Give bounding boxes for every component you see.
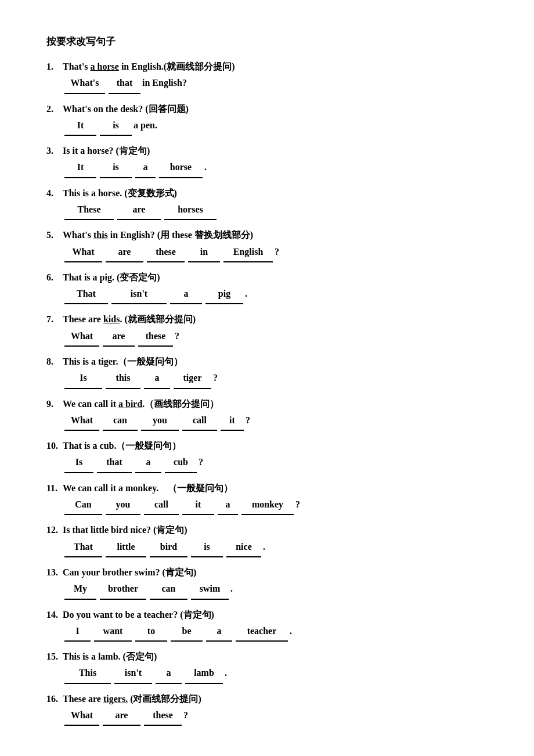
answer-blank: monkey — [241, 496, 294, 515]
answer-blank: Is — [64, 453, 93, 473]
question-line-8: 8. This is a tiger.（一般疑问句） — [46, 354, 488, 369]
title: 按要求改写句子 — [46, 35, 488, 48]
underlined-word: a bird — [118, 399, 142, 409]
answer-blank: a — [135, 453, 161, 473]
question-block-5: 5. What's this in English? (用 these 替换划线… — [46, 227, 488, 262]
answer-blank: are — [103, 327, 135, 347]
answer-blank: you — [141, 412, 179, 431]
question-line-6: 6. That is a pig. (变否定句) — [46, 269, 488, 285]
answer-blank: are — [103, 707, 140, 726]
answer-text: . — [204, 159, 207, 176]
answer-blank: Is — [64, 369, 102, 388]
answer-blank: What's — [64, 74, 105, 93]
answer-line-3: It is a horse. — [46, 159, 488, 178]
question-line-1: 1. That's a horse in English.(就画线部分提问) — [46, 59, 488, 74]
answer-line-13: My brother can swim. — [46, 580, 488, 599]
question-block-7: 7. These are kids. (就画线部分提问)What are the… — [46, 311, 488, 347]
answer-blank: teacher — [236, 622, 288, 642]
answer-blank: call — [182, 412, 217, 431]
answer-text: ? — [246, 412, 250, 429]
question-line-15: 15. This is a lamb. (否定句) — [46, 649, 488, 664]
question-block-8: 8. This is a tiger.（一般疑问句）Is this a tige… — [46, 354, 488, 389]
answer-blank: horses — [164, 201, 217, 220]
question-number: 2. — [46, 101, 63, 117]
answer-line-7: What are these? — [46, 327, 488, 347]
answer-blank: bird — [150, 538, 187, 557]
answer-blank: brother — [100, 580, 146, 599]
answer-blank: nice — [226, 538, 261, 557]
answer-text: ? — [199, 453, 203, 471]
answer-line-6: That isn't a pig. — [46, 285, 488, 304]
answer-line-2: It is a pen. — [46, 117, 488, 136]
answer-blank: Can — [64, 496, 102, 515]
answer-blank: is — [100, 159, 132, 178]
answer-blank: want — [94, 622, 132, 642]
answer-blank: a — [135, 159, 156, 178]
answer-blank: this — [106, 369, 140, 388]
question-number: 16. — [46, 691, 63, 707]
answer-blank: cub — [165, 453, 197, 473]
answer-blank: tiger — [174, 369, 211, 388]
question-line-4: 4. This is a horse. (变复数形式) — [46, 185, 488, 201]
answer-blank: isn't — [111, 285, 167, 304]
answer-text: . — [290, 622, 292, 640]
question-number: 10. — [46, 438, 63, 453]
question-block-2: 2. What's on the desk? (回答问题)It is a pen… — [46, 101, 488, 136]
answer-blank: a — [218, 496, 238, 515]
answer-text: ? — [175, 327, 179, 345]
answer-line-15: This isn't a lamb. — [46, 664, 488, 683]
answer-blank: are — [106, 243, 143, 262]
question-number: 1. — [46, 59, 63, 74]
answer-blank: a — [170, 285, 202, 304]
answer-blank: These — [64, 201, 114, 220]
question-block-12: 12. Is that little bird nice? (肯定句)That … — [46, 522, 488, 557]
question-number: 12. — [46, 522, 63, 538]
question-block-6: 6. That is a pig. (变否定句)That isn't a pig… — [46, 269, 488, 305]
answer-line-10: Is that a cub? — [46, 453, 488, 473]
answer-blank: That — [64, 285, 108, 304]
question-line-5: 5. What's this in English? (用 these 替换划线… — [46, 227, 488, 243]
answer-blank: it — [221, 412, 244, 431]
answer-blank: a — [156, 664, 182, 683]
answer-blank: a — [144, 369, 170, 388]
answer-blank: What — [64, 327, 99, 347]
answer-blank: you — [106, 496, 140, 515]
question-block-3: 3. Is it a horse? (肯定句)It is a horse. — [46, 143, 488, 178]
answer-blank: a — [206, 622, 232, 642]
question-block-14: 14. Do you want to be a teacher? (肯定句)I … — [46, 607, 488, 642]
question-line-2: 2. What's on the desk? (回答问题) — [46, 101, 488, 117]
answer-text: ? — [275, 243, 279, 261]
answer-text: a pen. — [134, 117, 157, 134]
answer-line-11: Can you call it a monkey? — [46, 496, 488, 515]
answer-blank: these — [144, 707, 182, 726]
answer-blank: What — [64, 243, 102, 262]
underlined-word: tigers. — [103, 694, 128, 704]
question-line-11: 11. We can call it a monkey. （一般疑问句） — [46, 480, 488, 496]
answer-line-16: What are these? — [46, 707, 488, 726]
question-number: 9. — [46, 396, 63, 412]
question-line-3: 3. Is it a horse? (肯定句) — [46, 143, 488, 159]
answer-text: in English? — [142, 74, 187, 92]
answer-line-1: What's that in English? — [46, 74, 488, 93]
question-number: 7. — [46, 311, 63, 327]
answer-blank: these — [138, 327, 173, 347]
question-line-9: 9. We can call it a bird.（画线部分提问） — [46, 396, 488, 412]
question-line-13: 13. Can your brother swim? (肯定句) — [46, 564, 488, 580]
question-block-11: 11. We can call it a monkey. （一般疑问句）Can … — [46, 480, 488, 516]
question-number: 15. — [46, 649, 63, 664]
answer-line-14: I want to be a teacher. — [46, 622, 488, 642]
answer-line-12: That little bird is nice. — [46, 538, 488, 557]
answer-text: ? — [183, 707, 188, 724]
answer-blank: little — [106, 538, 146, 557]
question-block-15: 15. This is a lamb. (否定句)This isn't a la… — [46, 649, 488, 684]
answer-blank: can — [103, 412, 138, 431]
answer-blank: call — [144, 496, 179, 515]
answer-blank: isn't — [114, 664, 152, 683]
underlined-word: a horse — [91, 62, 119, 71]
question-number: 6. — [46, 269, 63, 285]
answer-line-5: What are these in English? — [46, 243, 488, 262]
question-block-13: 13. Can your brother swim? (肯定句)My broth… — [46, 564, 488, 600]
answer-blank: I — [64, 622, 91, 642]
answer-blank: pig — [205, 285, 243, 304]
answer-blank: swim — [191, 580, 229, 599]
